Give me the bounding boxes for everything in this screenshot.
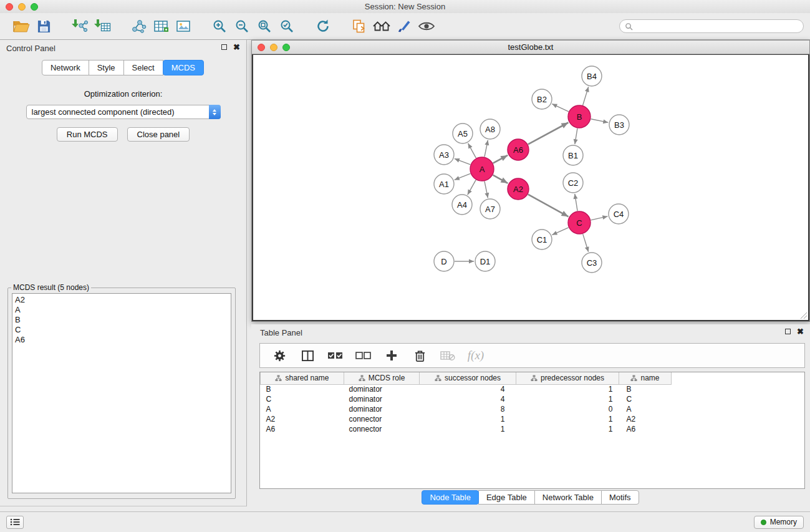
edge-A6-B[interactable] — [528, 123, 569, 145]
home-button[interactable] — [370, 15, 393, 37]
table-cell[interactable]: dominator — [344, 384, 420, 394]
open-session-button[interactable] — [10, 15, 32, 37]
tab-network-table[interactable]: Network Table — [534, 490, 602, 505]
table-cell[interactable]: B — [261, 384, 344, 394]
apply-layout-button[interactable] — [312, 15, 334, 37]
task-history-button[interactable] — [6, 516, 24, 529]
style-button[interactable] — [393, 15, 415, 37]
table-settings-button[interactable] — [271, 347, 288, 364]
result-item[interactable]: B — [15, 315, 228, 325]
table-cell[interactable]: C — [261, 394, 344, 404]
float-panel-icon[interactable] — [221, 44, 227, 50]
network-window-titlebar[interactable]: testGlobe.txt — [252, 41, 809, 54]
table-cell[interactable]: C — [619, 394, 672, 404]
table-cell[interactable]: 1 — [516, 394, 619, 404]
table-cell[interactable]: 4 — [420, 384, 516, 394]
edge-C-C3[interactable] — [583, 234, 589, 252]
table-cell[interactable]: A2 — [261, 414, 344, 424]
delete-table-button[interactable] — [439, 347, 456, 364]
zoom-in-button[interactable] — [208, 15, 231, 37]
edge-A-A2[interactable] — [493, 175, 508, 183]
window-minimize-button[interactable] — [18, 3, 26, 11]
mcds-result-list[interactable]: A2ABCA6 — [12, 293, 231, 493]
table-cell[interactable]: 0 — [516, 404, 619, 414]
delete-column-button[interactable] — [411, 347, 428, 364]
column-header-predecessor-nodes[interactable]: predecessor nodes — [516, 372, 619, 384]
table-cell[interactable]: 1 — [420, 414, 516, 424]
memory-button[interactable]: Memory — [754, 516, 804, 529]
show-columns-button[interactable] — [299, 347, 316, 364]
network-minimize-button[interactable] — [270, 44, 277, 51]
edge-A-A4[interactable] — [468, 180, 476, 195]
edge-A-A8[interactable] — [485, 140, 488, 157]
float-table-panel-icon[interactable] — [785, 329, 791, 334]
tab-mcds[interactable]: MCDS — [163, 60, 204, 75]
export-image-button[interactable] — [172, 15, 195, 37]
window-zoom-button[interactable] — [31, 3, 38, 11]
edge-A-A7[interactable] — [485, 181, 488, 198]
tab-network[interactable]: Network — [42, 60, 89, 75]
edge-A2-C[interactable] — [528, 195, 569, 217]
edge-B-B3[interactable] — [591, 119, 609, 123]
create-column-button[interactable] — [383, 347, 400, 364]
edge-B-B1[interactable] — [575, 128, 577, 144]
network-canvas[interactable]: AA1A2A3A4A5A6A7A8BB1B2B3B4CC1C2C3C4DD1 — [252, 54, 809, 321]
network-close-button[interactable] — [258, 44, 265, 51]
search-input[interactable] — [636, 22, 803, 31]
column-header-name[interactable]: name — [619, 372, 672, 384]
save-session-button[interactable] — [32, 15, 55, 37]
import-network-button[interactable] — [69, 15, 91, 37]
table-cell[interactable]: B — [619, 384, 672, 394]
column-header-mcds-role[interactable]: MCDS role — [344, 372, 420, 384]
close-panel-button[interactable]: Close panel — [127, 127, 190, 142]
table-cell[interactable]: dominator — [344, 394, 420, 404]
edge-A-A1[interactable] — [455, 173, 471, 180]
result-item[interactable]: A6 — [15, 335, 228, 345]
result-item[interactable]: C — [15, 325, 228, 335]
table-row[interactable]: Cdominator41C — [261, 394, 805, 404]
edge-C-C4[interactable] — [591, 216, 608, 220]
close-panel-icon[interactable]: ✖ — [233, 44, 240, 51]
column-header-successor-nodes[interactable]: successor nodes — [420, 372, 516, 384]
result-item[interactable]: A2 — [15, 295, 228, 305]
tab-node-table[interactable]: Node Table — [422, 490, 479, 505]
window-close-button[interactable] — [6, 3, 13, 11]
close-table-panel-icon[interactable]: ✖ — [797, 328, 804, 335]
resize-grip[interactable] — [800, 312, 808, 319]
table-cell[interactable]: 1 — [516, 414, 619, 424]
tab-edge-table[interactable]: Edge Table — [478, 490, 535, 505]
table-cell[interactable]: A — [619, 404, 672, 414]
select-all-columns-button[interactable] — [327, 347, 344, 364]
tab-motifs[interactable]: Motifs — [601, 490, 639, 505]
table-cell[interactable]: connector — [344, 414, 420, 424]
table-cell[interactable]: connector — [344, 424, 420, 434]
table-cell[interactable]: 1 — [516, 384, 619, 394]
edge-C-C2[interactable] — [575, 194, 577, 211]
table-row[interactable]: A6connector11A6 — [261, 424, 805, 434]
table-cell[interactable]: A2 — [619, 414, 672, 424]
edge-A-A6[interactable] — [493, 155, 508, 163]
zoom-selected-button[interactable] — [276, 15, 298, 37]
run-mcds-button[interactable]: Run MCDS — [57, 127, 118, 142]
edge-B-B2[interactable] — [552, 104, 568, 112]
edge-B-B4[interactable] — [583, 87, 589, 105]
tab-style[interactable]: Style — [89, 60, 124, 75]
tab-select[interactable]: Select — [123, 60, 163, 75]
table-cell[interactable]: 4 — [420, 394, 516, 404]
network-zoom-button[interactable] — [282, 44, 290, 51]
table-cell[interactable]: A6 — [619, 424, 672, 434]
optimization-dropdown[interactable]: largest connected component (directed) — [26, 105, 221, 119]
import-table-button[interactable] — [91, 15, 113, 37]
table-cell[interactable]: A6 — [261, 424, 344, 434]
function-builder-button[interactable]: f(x) — [467, 347, 485, 364]
edge-C-C1[interactable] — [552, 228, 568, 235]
export-network-button[interactable] — [127, 15, 150, 37]
table-row[interactable]: Adominator80A — [261, 404, 805, 414]
column-header-shared-name[interactable]: shared name — [261, 372, 344, 384]
edge-A-A5[interactable] — [468, 143, 476, 158]
copy-document-button[interactable] — [348, 15, 370, 37]
table-cell[interactable]: 1 — [516, 424, 619, 434]
table-row[interactable]: A2connector11A2 — [261, 414, 805, 424]
table-row[interactable]: Bdominator41B — [261, 384, 805, 394]
show-hide-button[interactable] — [415, 15, 438, 37]
